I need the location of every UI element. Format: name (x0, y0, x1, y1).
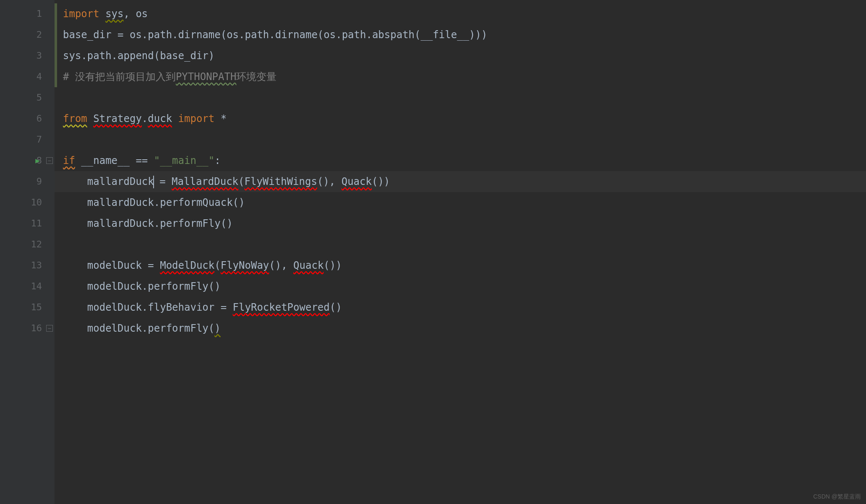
line-number[interactable]: 9 (0, 171, 55, 192)
line-num-text: 16 (31, 323, 42, 333)
string-main: "__main__" (154, 155, 215, 166)
space (214, 113, 220, 125)
code-line-2[interactable]: base_dir = os.path.dirname(os.path.dirna… (55, 24, 866, 45)
parens: (), (317, 176, 342, 187)
comment-hash: # (63, 71, 75, 83)
line-number[interactable]: 4 (0, 66, 55, 87)
line-number[interactable]: 8 ▶ − (0, 150, 55, 171)
line-number[interactable]: 5 (0, 87, 55, 108)
code-line-1[interactable]: import sys, os (55, 3, 866, 24)
var-mallardDuck: mallardDuck (87, 176, 154, 187)
code-line-12[interactable] (55, 234, 866, 255)
class-FlyRocketPowered: FlyRocketPowered (233, 301, 330, 313)
var-modelDuck: modelDuck = (87, 260, 160, 271)
fold-collapse-icon[interactable]: − (46, 157, 53, 164)
module-duck: duck (148, 113, 172, 125)
keyword-from: from (63, 113, 87, 125)
line-number[interactable]: 14 (0, 276, 55, 297)
line-number[interactable]: 7 (0, 129, 55, 150)
text (99, 8, 105, 20)
module-sys: sys (105, 8, 123, 20)
comma: , (124, 8, 136, 20)
class-MallardDuck: MallardDuck (172, 176, 238, 187)
class-FlyWithWings: FlyWithWings (245, 176, 317, 187)
space (87, 113, 93, 125)
module-strategy: Strategy (93, 113, 142, 125)
code-line-11[interactable]: mallardDuck.performFly() (55, 213, 866, 234)
code-text: sys.path.append(base_dir) (63, 50, 214, 62)
code-line-3[interactable]: sys.path.append(base_dir) (55, 45, 866, 66)
comment-pythonpath: PYTHONPATH (176, 71, 237, 83)
module-os: os (136, 8, 148, 20)
code-line-10[interactable]: mallardDuck.performQuack() (55, 192, 866, 213)
code-line-7[interactable] (55, 129, 866, 150)
class-FlyNoWay: FlyNoWay (221, 260, 269, 271)
line-number[interactable]: 12 (0, 234, 55, 255)
code-text: base_dir = os.path.dirname(os.path.dirna… (63, 29, 487, 41)
code-text: mallardDuck.performFly() (63, 218, 233, 229)
star: * (221, 113, 227, 125)
code-line-9[interactable]: mallardDuck = MallardDuck(FlyWithWings()… (55, 171, 866, 192)
code-line-8[interactable]: if __name__ == "__main__": (55, 150, 866, 171)
colon: : (214, 155, 220, 166)
parens: () (330, 301, 342, 313)
code-line-6[interactable]: from Strategy.duck import * (55, 108, 866, 129)
space (172, 113, 178, 125)
keyword-import: import (63, 8, 99, 20)
code-text: modelDuck.performFly( (63, 322, 214, 334)
dot: . (142, 113, 148, 125)
dunder-name: __name__ (81, 155, 130, 166)
parens: (), (269, 260, 293, 271)
gutter: 1 2 3 4 5 6 7 8 ▶ − 9 10 11 12 13 14 15 … (0, 0, 55, 504)
close-paren: ) (214, 322, 220, 334)
line-number[interactable]: 2 (0, 24, 55, 45)
watermark: CSDN @繁星蓝雨 (813, 493, 861, 501)
parens: ()) (372, 176, 390, 187)
code-line-14[interactable]: modelDuck.performFly() (55, 276, 866, 297)
operator-assign: = (154, 176, 172, 187)
paren: ( (238, 176, 244, 187)
class-ModelDuck: ModelDuck (160, 260, 214, 271)
class-Quack: Quack (293, 260, 323, 271)
line-number[interactable]: 6 (0, 108, 55, 129)
comment-text: 环境变量 (236, 71, 276, 83)
space (75, 155, 81, 166)
keyword-if: if (63, 155, 75, 166)
parens: ()) (323, 260, 342, 271)
code-text: modelDuck.performFly() (63, 281, 221, 292)
line-number[interactable]: 13 (0, 255, 55, 276)
code-line-15[interactable]: modelDuck.flyBehavior = FlyRocketPowered… (55, 297, 866, 318)
code-editor: 1 2 3 4 5 6 7 8 ▶ − 9 10 11 12 13 14 15 … (0, 0, 866, 504)
code-line-13[interactable]: modelDuck = ModelDuck(FlyNoWay(), Quack(… (55, 255, 866, 276)
line-number[interactable]: 11 (0, 213, 55, 234)
indent (63, 176, 87, 187)
fold-expand-icon[interactable]: − (46, 325, 53, 332)
operator-eq: == (130, 155, 154, 166)
line-number[interactable]: 16 − (0, 318, 55, 339)
code-line-16[interactable]: modelDuck.performFly() (55, 318, 866, 339)
line-number[interactable]: 10 (0, 192, 55, 213)
line-number[interactable]: 15 (0, 297, 55, 318)
indent (63, 260, 87, 271)
line-number[interactable]: 3 (0, 45, 55, 66)
code-text: mallardDuck.performQuack() (63, 197, 245, 208)
run-gutter-icon[interactable]: ▶ (35, 150, 40, 171)
code-line-5[interactable] (55, 87, 866, 108)
keyword-import: import (178, 113, 215, 125)
line-number[interactable]: 1 (0, 3, 55, 24)
code-line-4[interactable]: # 没有把当前项目加入到PYTHONPATH环境变量 (55, 66, 866, 87)
class-Quack: Quack (342, 176, 372, 187)
comment-text: 没有把当前项目加入到 (75, 71, 176, 83)
code-text: modelDuck.flyBehavior = (63, 301, 233, 313)
code-area[interactable]: import sys, os base_dir = os.path.dirnam… (55, 0, 866, 504)
paren: ( (214, 260, 220, 271)
